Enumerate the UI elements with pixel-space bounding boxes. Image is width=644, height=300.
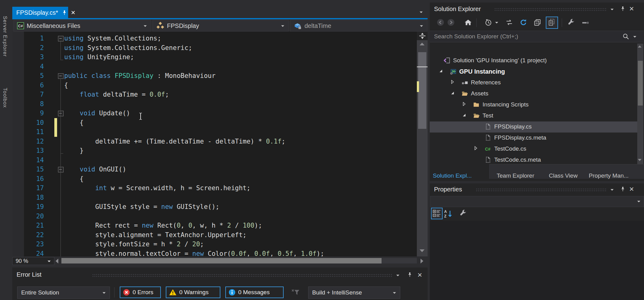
code-line-3[interactable]: 3using UnityEngine;: [12, 52, 417, 62]
code-line-13[interactable]: 13 }: [12, 146, 417, 156]
member-dropdown[interactable]: deltaTime: [290, 20, 427, 32]
code-line-1[interactable]: 1using System.Collections;: [12, 34, 417, 43]
code-line-5[interactable]: 5public class FPSDisplay : MonoBehaviour: [12, 71, 417, 81]
project-dropdown[interactable]: C# Miscellaneous Files: [14, 20, 151, 32]
fold-collapse-icon[interactable]: [58, 167, 64, 172]
scroll-down-arrow-icon[interactable]: [638, 159, 642, 161]
code-line-21[interactable]: 21 Rect rect = new Rect(0, 0, w, h * 2 /…: [12, 221, 417, 230]
code-line-14[interactable]: 14: [12, 156, 417, 165]
wrench-icon[interactable]: [459, 209, 467, 217]
horizontal-scrollbar[interactable]: [61, 258, 417, 263]
pin-icon[interactable]: [62, 10, 67, 15]
code-text: float deltaTime = 0.0f;: [64, 90, 169, 99]
csharp-badge-icon: C#: [17, 22, 24, 29]
code-text: {: [64, 81, 68, 90]
messages-toggle-button[interactable]: 0 Messages: [225, 287, 284, 298]
panel-tab-class-view[interactable]: Class View: [549, 172, 578, 179]
tree-item-fpsdisplay-cs-meta[interactable]: FPSDisplay.cs.meta: [430, 133, 637, 144]
horizontal-scrollbar-thumb[interactable]: [61, 258, 382, 263]
code-line-17[interactable]: 17 int w = Screen.width, h = Screen.heig…: [12, 183, 417, 193]
fold-collapse-icon[interactable]: [58, 36, 64, 41]
az-sort-icon[interactable]: AZ: [444, 209, 453, 218]
modified-lines-bar: [54, 118, 57, 137]
tree-scrollbar[interactable]: [637, 44, 643, 166]
code-line-18[interactable]: 18: [12, 193, 417, 202]
code-line-6[interactable]: 6{: [12, 81, 417, 90]
tree-item-test[interactable]: Test: [430, 110, 637, 121]
close-icon[interactable]: ×: [71, 10, 75, 15]
fold-collapse-icon[interactable]: [58, 111, 64, 116]
dock-tab-server-explorer[interactable]: Server Explorer: [2, 16, 8, 57]
code-line-4[interactable]: 4: [12, 62, 417, 71]
caret-position-mark: [417, 67, 428, 67]
scroll-left-arrow-icon[interactable]: [56, 259, 58, 263]
error-source-dropdown[interactable]: Build + IntelliSense: [308, 287, 400, 299]
chevron-down-icon[interactable]: [610, 189, 614, 191]
tree-item-fpsdisplay-cs[interactable]: FPSDisplay.cs: [430, 121, 637, 133]
line-number: 18: [12, 193, 44, 202]
properties-panel: Properties × AZ: [430, 183, 644, 300]
code-line-20[interactable]: 20: [12, 212, 417, 221]
vertical-scrollbar-thumb[interactable]: [418, 52, 426, 129]
panel-tab-solution-expl-[interactable]: Solution Expl...: [433, 172, 472, 179]
editor-vertical-scrollbar[interactable]: [417, 32, 428, 256]
tree-item-assets[interactable]: Assets: [430, 88, 637, 99]
zoom-dropdown[interactable]: 90 %: [12, 257, 54, 265]
scroll-right-arrow-icon[interactable]: [421, 259, 423, 263]
errors-toggle-button[interactable]: 0 Errors: [120, 287, 161, 298]
fold-collapse-icon[interactable]: [58, 73, 64, 79]
pin-icon[interactable]: [407, 272, 413, 277]
code-line-19[interactable]: 19 GUIStyle style = new GUIStyle();: [12, 202, 417, 212]
line-number: 4: [12, 62, 44, 71]
properties-object-dropdown[interactable]: [430, 196, 644, 207]
code-line-7[interactable]: 7 float deltaTime = 0.0f;: [12, 90, 417, 99]
expander-expanded-icon[interactable]: [462, 113, 467, 117]
modified-scroll-mark: [417, 81, 419, 92]
tree-item-testcode-cs[interactable]: C#TestCode.cs: [430, 144, 637, 155]
tree-item-gpu-instancing[interactable]: GPU Instancing: [430, 66, 637, 77]
close-icon[interactable]: ×: [417, 272, 422, 278]
panel-tab-team-explorer[interactable]: Team Explorer: [497, 172, 534, 179]
error-scope-dropdown[interactable]: Entire Solution: [17, 287, 110, 299]
close-icon[interactable]: ×: [629, 186, 634, 192]
panel-tab-property-man-[interactable]: Property Man...: [589, 172, 629, 179]
tree-item-references[interactable]: References: [430, 77, 637, 88]
code-line-9[interactable]: 9 void Update(): [12, 109, 417, 118]
scroll-up-arrow-icon[interactable]: [420, 43, 425, 45]
code-line-12[interactable]: 12 deltaTime += (Time.deltaTime - deltaT…: [12, 137, 417, 146]
code-line-16[interactable]: 16 {: [12, 174, 417, 184]
code-line-11[interactable]: 11: [12, 127, 417, 137]
scroll-down-arrow-icon[interactable]: [420, 249, 425, 252]
code-line-24[interactable]: 24 style.normal.textColor = new Color(0.…: [12, 249, 417, 257]
expander-collapsed-icon[interactable]: [462, 102, 467, 106]
code-line-23[interactable]: 23 style.fontSize = h * 2 / 20;: [12, 240, 417, 249]
pin-icon[interactable]: [620, 186, 626, 192]
solution-tree: Solution 'GPU Instancing' (1 project)GPU…: [430, 2, 644, 168]
editor-tab-fpsdisplay[interactable]: FPSDisplay.cs* ×: [12, 7, 68, 18]
tab-list-chevron-down-icon[interactable]: [419, 11, 423, 13]
expander-expanded-icon[interactable]: [438, 68, 443, 73]
code-line-2[interactable]: 2using System.Collections.Generic;: [12, 43, 417, 53]
tree-item-solution-gpu-instancing-1-project-[interactable]: Solution 'GPU Instancing' (1 project): [430, 55, 637, 66]
code-line-22[interactable]: 22 style.alignment = TextAnchor.UpperLef…: [12, 230, 417, 240]
expander-collapsed-icon[interactable]: [473, 146, 478, 151]
tree-item-instancing-scripts[interactable]: Instancing Scripts: [430, 99, 637, 110]
code-editor[interactable]: 1using System.Collections;2using System.…: [12, 32, 417, 256]
dock-tab-toolbox[interactable]: Toolbox: [2, 88, 8, 108]
categorized-button[interactable]: [431, 208, 443, 219]
code-line-10[interactable]: 10 {: [12, 118, 417, 128]
expander-expanded-icon[interactable]: [450, 90, 455, 95]
scroll-up-arrow-icon[interactable]: [638, 45, 642, 48]
type-dropdown[interactable]: FPSDisplay: [153, 20, 289, 32]
tree-item-label: TestCode.cs.meta: [494, 156, 541, 163]
editor-navigation-bar: C# Miscellaneous Files FPSDisplay deltaT…: [12, 19, 428, 32]
tree-scrollbar-thumb[interactable]: [638, 61, 643, 106]
chevron-down-icon[interactable]: [396, 274, 400, 277]
code-line-15[interactable]: 15 void OnGUI(): [12, 165, 417, 174]
code-line-8[interactable]: 8: [12, 99, 417, 109]
error-icon: [123, 289, 130, 296]
filter-icon[interactable]: [291, 288, 300, 296]
splitter-handle[interactable]: [417, 32, 428, 40]
warnings-toggle-button[interactable]: 0 Warnings: [166, 287, 220, 298]
expander-collapsed-icon[interactable]: [450, 79, 455, 84]
